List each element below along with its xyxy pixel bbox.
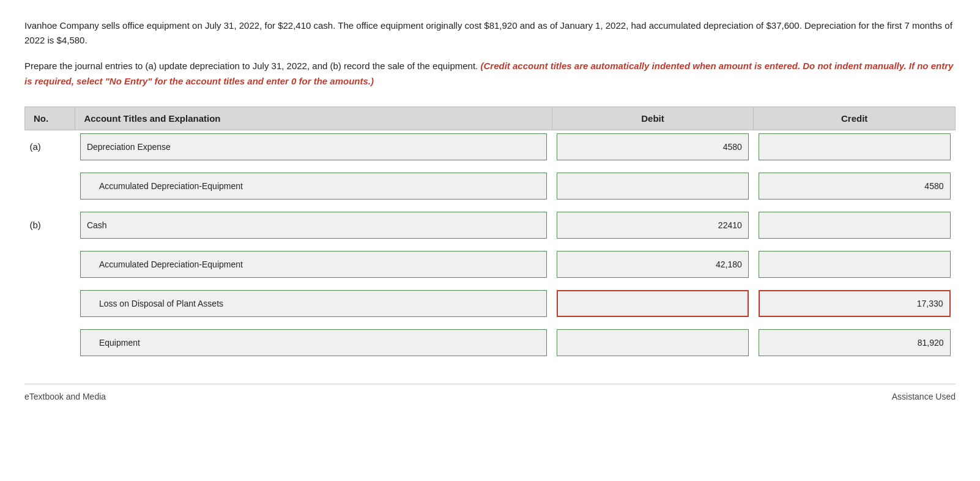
footer-left: eTextbook and Media <box>24 392 106 401</box>
debit-cell[interactable]: 22410 <box>552 209 754 242</box>
journal-table: No. Account Titles and Explanation Debit… <box>24 106 956 365</box>
row-no <box>25 248 75 281</box>
row-spacer <box>25 281 956 287</box>
account-cell[interactable]: Cash <box>75 209 552 242</box>
credit-input[interactable]: 4580 <box>759 173 951 199</box>
credit-cell[interactable] <box>754 130 956 163</box>
credit-cell[interactable]: 17,330 <box>754 287 956 320</box>
credit-input-empty[interactable] <box>759 133 951 160</box>
table-row: Loss on Disposal of Plant Assets17,330 <box>25 287 956 320</box>
col-credit: Credit <box>754 106 956 130</box>
account-input[interactable]: Cash <box>80 212 547 239</box>
row-no <box>25 326 75 359</box>
debit-cell[interactable] <box>552 326 754 359</box>
footer-right: Assistance Used <box>892 392 956 401</box>
account-cell[interactable]: Depreciation Expense <box>75 130 552 163</box>
instruction-text: Prepare the journal entries to (a) updat… <box>24 59 956 89</box>
credit-cell[interactable]: 81,920 <box>754 326 956 359</box>
table-row: Accumulated Depreciation-Equipment4580 <box>25 170 956 203</box>
row-spacer <box>25 320 956 326</box>
credit-input[interactable]: 17,330 <box>759 290 951 317</box>
col-no: No. <box>25 106 75 130</box>
row-no: (b) <box>25 209 75 242</box>
row-no: (a) <box>25 130 75 163</box>
debit-cell[interactable]: 42,180 <box>552 248 754 281</box>
debit-cell[interactable] <box>552 170 754 203</box>
row-spacer <box>25 242 956 248</box>
account-cell[interactable]: Loss on Disposal of Plant Assets <box>75 287 552 320</box>
row-no <box>25 287 75 320</box>
credit-input-empty[interactable] <box>759 251 951 278</box>
row-no <box>25 170 75 203</box>
account-cell[interactable]: Equipment <box>75 326 552 359</box>
col-debit: Debit <box>552 106 754 130</box>
footer-bar: eTextbook and Media Assistance Used <box>24 384 956 409</box>
col-account: Account Titles and Explanation <box>75 106 552 130</box>
account-cell[interactable]: Accumulated Depreciation-Equipment <box>75 170 552 203</box>
debit-input-empty[interactable] <box>557 173 749 199</box>
debit-cell[interactable]: 4580 <box>552 130 754 163</box>
account-input[interactable]: Equipment <box>80 329 547 356</box>
debit-input-empty[interactable] <box>557 329 749 356</box>
table-row: Accumulated Depreciation-Equipment42,180 <box>25 248 956 281</box>
credit-input[interactable]: 81,920 <box>759 329 951 356</box>
debit-input[interactable]: 4580 <box>557 133 749 160</box>
intro-text: Ivanhoe Company sells office equipment o… <box>24 18 956 48</box>
table-row: (a)Depreciation Expense4580 <box>25 130 956 163</box>
instruction-prefix: Prepare the journal entries to (a) updat… <box>24 61 478 71</box>
row-spacer <box>25 359 956 365</box>
account-input[interactable]: Accumulated Depreciation-Equipment <box>80 251 547 278</box>
debit-input-empty[interactable] <box>557 290 749 317</box>
debit-input[interactable]: 42,180 <box>557 251 749 278</box>
table-row: Equipment81,920 <box>25 326 956 359</box>
account-input[interactable]: Accumulated Depreciation-Equipment <box>80 173 547 199</box>
account-input[interactable]: Loss on Disposal of Plant Assets <box>80 290 547 317</box>
debit-cell[interactable] <box>552 287 754 320</box>
debit-input[interactable]: 22410 <box>557 212 749 239</box>
credit-cell[interactable] <box>754 209 956 242</box>
account-cell[interactable]: Accumulated Depreciation-Equipment <box>75 248 552 281</box>
credit-cell[interactable]: 4580 <box>754 170 956 203</box>
credit-input-empty[interactable] <box>759 212 951 239</box>
credit-cell[interactable] <box>754 248 956 281</box>
account-input[interactable]: Depreciation Expense <box>80 133 547 160</box>
row-spacer <box>25 203 956 209</box>
table-row: (b)Cash22410 <box>25 209 956 242</box>
row-spacer <box>25 163 956 170</box>
